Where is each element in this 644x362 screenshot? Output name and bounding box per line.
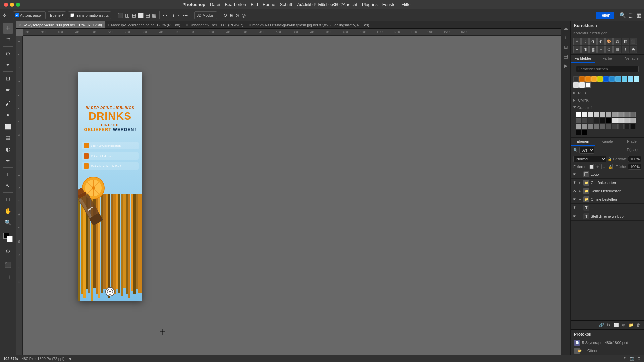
swatch-blue[interactable] — [603, 76, 609, 82]
layer-visibility-dots[interactable]: 👁 — [573, 205, 577, 210]
fix-icon-4[interactable]: 🔒 — [608, 164, 613, 169]
layer-online-bestellen[interactable]: 👁 ▶ 📁 Online bestellen — [571, 195, 644, 204]
tab-close-icon[interactable]: ○ — [249, 23, 251, 27]
gray-swatch-23[interactable] — [588, 124, 593, 129]
pen-tool[interactable]: ✒ — [3, 155, 13, 166]
gray-swatch-3[interactable] — [588, 112, 593, 117]
zoom-tool[interactable]: 🔍 — [3, 217, 13, 228]
align-top-icon[interactable]: ⬜ — [138, 13, 144, 18]
protokoll-psd[interactable]: 📄 5-Skyscraper-480x1800.psd — [571, 339, 644, 347]
3d-mode-btn[interactable]: 3D-Modus: — [194, 11, 217, 19]
blend-mode-select[interactable]: Normal — [573, 156, 606, 162]
threshold-icon[interactable]: △ — [597, 46, 605, 53]
clone-stamp-tool[interactable]: ✦ — [3, 110, 13, 120]
shape-tool[interactable]: □ — [3, 194, 13, 205]
menu-hilfe[interactable]: Hilfe — [402, 2, 411, 7]
autom-checkbox[interactable]: Autom. ausw.: — [13, 11, 46, 19]
distribute3-icon[interactable]: ⁝ — [173, 13, 174, 18]
folder-icon[interactable]: 📁 — [628, 322, 634, 328]
mask-icon[interactable]: ⬜ — [613, 322, 619, 328]
layer-visibility-online-bestellen[interactable]: 👁 — [573, 197, 577, 202]
link-layers-icon[interactable]: 🔗 — [598, 322, 604, 328]
tab-close-icon[interactable]: ○ — [108, 23, 110, 27]
blur-tool[interactable]: ◐ — [3, 144, 13, 155]
path-select-tool[interactable]: ↖ — [3, 180, 13, 191]
fix-icon-3[interactable]: ↔ — [601, 164, 606, 169]
gray-swatch-16[interactable] — [606, 118, 611, 123]
text-tool[interactable]: T — [3, 169, 13, 180]
gray-swatch-14[interactable] — [594, 118, 599, 123]
menu-datei[interactable]: Datei — [210, 2, 220, 7]
artboard-icon[interactable]: ⬚ — [3, 271, 13, 282]
gray-swatch-18[interactable] — [618, 118, 624, 123]
gradient-map-icon[interactable]: ▤ — [613, 46, 621, 53]
eraser-tool[interactable]: ⬜ — [3, 121, 13, 132]
align-center-v-icon[interactable]: ▥ — [125, 13, 129, 18]
gray-swatch-24[interactable] — [594, 124, 599, 129]
tab-verlaeufe[interactable]: Verläufe — [620, 55, 644, 63]
close-button[interactable] — [4, 3, 8, 7]
posterize-icon[interactable]: ▓ — [589, 46, 597, 53]
gray-swatch-1[interactable] — [576, 112, 581, 117]
screen-mode-icon[interactable]: ⬛ — [3, 259, 13, 270]
gray-swatch-8[interactable] — [618, 112, 624, 117]
adjustment-icon[interactable]: ⊕ — [621, 322, 627, 328]
filter-type-select[interactable]: Art — [579, 147, 594, 154]
minimize-button[interactable] — [10, 3, 14, 7]
gray-swatch-31[interactable] — [576, 130, 581, 135]
deckraft-input[interactable] — [628, 156, 641, 162]
filter-icon-2[interactable]: ⬡ — [629, 148, 632, 152]
distribute2-icon[interactable]: ⁞ — [169, 13, 171, 18]
hand-tool[interactable]: ✋ — [3, 205, 13, 216]
gray-swatch-27[interactable] — [612, 124, 618, 129]
distribute-icon[interactable]: ⋯ — [163, 13, 167, 18]
tab-mockup[interactable]: ○ Mockup-Skyscraper.jpg bei 120% (RGB/8) — [105, 21, 183, 29]
layer-visibility-stell-dir[interactable]: 👁 — [573, 214, 577, 219]
graustufen-group-label[interactable]: Graustufen — [573, 105, 641, 111]
gray-swatch-4[interactable] — [594, 112, 599, 117]
rgb-group-label[interactable]: RGB — [573, 90, 641, 96]
bw-icon[interactable]: ◧ — [622, 38, 629, 45]
photo-filter-icon[interactable]: ⬛ — [630, 38, 637, 45]
workspace-icon[interactable]: ⬚ — [629, 12, 634, 18]
tab-unsplash[interactable]: ○ mae-mu-XTztXbv6gMs-unsplash.jpg bei 87… — [246, 21, 372, 29]
layer-expand-keine-lieferkosten[interactable]: ▶ — [579, 189, 582, 193]
tab-unbenannt[interactable]: ○ Unbenannt-1 bei 103% (RGB/8*) — [183, 21, 246, 29]
layer-expand-getraenkesorten[interactable]: ▶ — [579, 181, 582, 184]
view-icon[interactable]: ◎ — [241, 13, 246, 18]
gray-swatch-9[interactable] — [624, 112, 630, 117]
gray-swatch-13[interactable] — [588, 118, 593, 123]
fix-icon-1[interactable]: ⬜ — [589, 164, 594, 169]
move-tool-icon[interactable]: ✛ — [3, 13, 7, 18]
more-icon[interactable]: ••• — [183, 13, 188, 18]
shadow-icon[interactable]: ◓ — [630, 46, 637, 53]
selection-tool[interactable]: ⬚ — [3, 34, 13, 45]
gray-swatch-26[interactable] — [606, 124, 611, 129]
fix-icon-2[interactable]: ✛ — [595, 164, 600, 169]
vibrance-icon[interactable]: ◐ — [597, 38, 605, 45]
swatch-lighter-gray[interactable] — [579, 82, 585, 88]
channel-mix-icon[interactable]: ≡ — [573, 46, 581, 53]
align-middle-h-icon[interactable]: ▤ — [146, 13, 150, 18]
exposure-icon[interactable]: ◑ — [589, 38, 597, 45]
hsl-icon[interactable]: 🎨 — [605, 38, 613, 45]
menu-ebene[interactable]: Ebene — [263, 2, 275, 7]
eyedropper-tool[interactable]: ✒ — [3, 84, 13, 95]
curves-icon[interactable]: ⌇ — [581, 38, 589, 45]
tab-kanaele[interactable]: Kanäle — [595, 138, 620, 146]
ebene-dropdown[interactable]: Ebene ▾ — [48, 11, 66, 19]
gray-swatch-32[interactable] — [582, 130, 587, 135]
menu-fenster[interactable]: Fenster — [382, 2, 397, 7]
swatch-yellow[interactable] — [597, 76, 603, 82]
lasso-tool[interactable]: ⊙ — [3, 48, 13, 59]
layer-keine-lieferkosten[interactable]: 👁 ▶ 📁 Keine Lieferkosten — [571, 187, 644, 195]
levels2-icon[interactable]: ⌇ — [622, 46, 629, 53]
quick-mask-icon[interactable]: ⊙ — [3, 246, 13, 256]
gray-swatch-25[interactable] — [600, 124, 605, 129]
swatch-blue6[interactable] — [634, 76, 639, 82]
camera-icon[interactable]: ⊙ — [235, 13, 239, 18]
cmyk-group-label[interactable]: CMYK — [573, 97, 641, 103]
swatch-white[interactable] — [585, 82, 591, 88]
align-bottom-icon[interactable]: ▧ — [152, 13, 156, 18]
delete-layer-icon[interactable]: 🗑 — [635, 322, 641, 328]
